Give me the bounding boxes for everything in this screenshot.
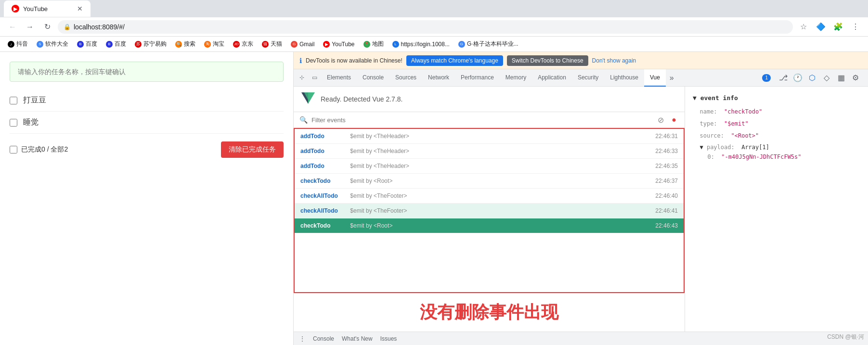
jd-icon: JD (233, 41, 240, 48)
back-button[interactable]: ← (6, 20, 19, 34)
bookmark-label: Gmail (299, 41, 314, 48)
bookmark-tiktok[interactable]: ♪ 抖音 (4, 38, 32, 50)
info-header: ▼ event info (693, 94, 860, 102)
todo-checkbox-1[interactable] (10, 119, 17, 127)
payload-collapse-icon[interactable]: ▼ (700, 144, 703, 151)
todo-input[interactable] (10, 62, 284, 82)
event-row-5[interactable]: checkAllTodo $emit by <TheFooter> 22:46:… (295, 204, 684, 218)
lock-icon: 🔒 (64, 24, 71, 30)
bookmark-star-button[interactable]: ☆ (797, 20, 810, 34)
tab-elements[interactable]: Elements (321, 69, 357, 87)
todo-item-0: 打豆豆 (10, 89, 284, 112)
menu-button[interactable]: ⋮ (849, 20, 862, 34)
bookmark-login[interactable]: L https://login.1008... (389, 38, 453, 50)
info-collapse-icon[interactable]: ▼ (693, 94, 697, 102)
event-row-0[interactable]: addTodo $emit by <TheHeader> 22:46:31 (295, 129, 684, 144)
bookmark-taobao[interactable]: 淘 淘宝 (200, 38, 228, 50)
devtools-tabs: ⊹ ▭ Elements Console Sources Network Per… (294, 69, 868, 87)
tab-vue[interactable]: Vue (644, 69, 666, 87)
main-area: 打豆豆 睡觉 已完成0 / 全部2 清除已完成任务 ℹ DevTools is … (0, 52, 868, 345)
info-header-text: event info (700, 94, 738, 102)
big-text-overlay: 没有删除事件出现 (294, 293, 685, 332)
login-icon: L (392, 41, 399, 48)
bookmark-baidu1[interactable]: B 百度 (73, 38, 101, 50)
filter-events-input[interactable] (311, 116, 652, 124)
bookmark-gmail[interactable]: G Gmail (287, 38, 318, 50)
bookmark-label: 苏宁易购 (143, 40, 167, 48)
event-row-1[interactable]: addTodo $emit by <TheHeader> 22:46:33 (295, 144, 684, 159)
browser-tab[interactable]: ▶ YouTube ✕ (4, 0, 91, 17)
forward-button[interactable]: → (23, 20, 37, 34)
info-name-val: "checkTodo" (724, 108, 762, 115)
address-bar[interactable]: 🔒 localhost:8089/#/ (58, 20, 793, 34)
devtools-bottom: ⋮ Console What's New Issues (294, 332, 868, 345)
refresh-button[interactable]: ↻ (40, 20, 54, 34)
tab-memory[interactable]: Memory (500, 69, 532, 87)
tab-lighthouse[interactable]: Lighthouse (604, 69, 644, 87)
devtools-notification: ℹ DevTools is now available in Chinese! … (294, 52, 868, 69)
left-panel: 打豆豆 睡觉 已完成0 / 全部2 清除已完成任务 (0, 52, 294, 345)
bottom-tab-console[interactable]: Console (313, 335, 334, 342)
bookmark-baidu2[interactable]: B 百度 (102, 38, 130, 50)
timeline-icon[interactable]: 🕐 (791, 71, 804, 85)
bookmark-maps[interactable]: 📍 地图 (360, 38, 388, 50)
baidu1-icon: B (77, 41, 84, 48)
bottom-tab-issues[interactable]: Issues (380, 335, 397, 342)
bottom-tab-whats-new[interactable]: What's New (342, 335, 373, 342)
switch-to-chinese-button[interactable]: Switch DevTools to Chinese (507, 55, 588, 66)
tab-sources[interactable]: Sources (389, 69, 422, 87)
bookmark-label: 淘宝 (213, 40, 224, 48)
event-row-3[interactable]: checkTodo $emit by <Root> 22:46:37 (295, 174, 684, 189)
router-icon[interactable]: ◇ (820, 71, 833, 85)
bookmark-tianmao[interactable]: 猫 天猫 (258, 38, 286, 50)
tab-application[interactable]: Application (532, 69, 572, 87)
bookmark-label: https://login.1008... (401, 41, 450, 48)
bookmark-youtube[interactable]: ▶ YouTube (319, 38, 358, 50)
gmail-icon: G (291, 41, 298, 48)
extension-button[interactable]: 🔷 (814, 20, 828, 34)
match-language-button[interactable]: Always match Chrome's language (406, 55, 503, 66)
info-payload-0-val: "-m40J5gNn-JDhCTFcFW5s" (721, 153, 801, 160)
event-time-6: 22:46:43 (655, 222, 678, 229)
event-row-4[interactable]: checkAllTodo $emit by <TheFooter> 22:46:… (295, 189, 684, 204)
bookmark-jd[interactable]: JD 京东 (229, 38, 257, 50)
url-text: localhost:8089/#/ (74, 23, 125, 31)
store-icon[interactable]: ▦ (834, 71, 848, 85)
component-tree-icon[interactable]: ⎇ (777, 71, 790, 85)
settings-icon[interactable]: ⚙ (849, 71, 862, 85)
todo-checkbox-0[interactable] (10, 97, 17, 104)
dont-show-again-button[interactable]: Don't show again (592, 57, 636, 64)
vue-header: Ready. Detected Vue 2.7.8. (294, 87, 685, 112)
events-icon[interactable]: ⬡ (805, 71, 819, 85)
all-checkbox[interactable] (10, 146, 17, 153)
device-toolbar-tab[interactable]: ▭ (308, 69, 321, 87)
tab-security[interactable]: Security (572, 69, 604, 87)
puzzle-extension-button[interactable]: 🧩 (831, 20, 845, 34)
grid-icon: G (458, 41, 465, 48)
bookmark-label: G·格子达本科毕业... (467, 40, 518, 48)
bookmark-search[interactable]: 🔍 搜索 (171, 38, 199, 50)
info-source-key: source: (700, 132, 724, 139)
events-panel: Ready. Detected Vue 2.7.8. 🔍 ⊘ ● addTodo (294, 87, 685, 332)
tab-close-button[interactable]: ✕ (77, 5, 83, 13)
watermark: CSDN @银·河 (827, 333, 864, 341)
youtube-icon: ▶ (323, 41, 330, 48)
tab-network[interactable]: Network (422, 69, 455, 87)
clear-button[interactable]: 清除已完成任务 (221, 141, 284, 158)
cursor-tool-tab[interactable]: ⊹ (296, 69, 308, 87)
record-button[interactable]: ● (669, 115, 679, 125)
event-meta-5: $emit by <TheFooter> (349, 207, 655, 214)
todo-label-0: 打豆豆 (23, 95, 46, 105)
clear-filter-icon[interactable]: ⊘ (656, 115, 665, 125)
bookmark-software[interactable]: S 软件大全 (33, 38, 72, 50)
info-source-row: source: "<Root>" (693, 131, 860, 141)
tab-performance[interactable]: Performance (455, 69, 500, 87)
bookmark-suning[interactable]: 苏 苏宁易购 (131, 38, 170, 50)
tab-console[interactable]: Console (357, 69, 389, 87)
bookmark-grid[interactable]: G G·格子达本科毕业... (454, 38, 522, 50)
event-row-2[interactable]: addTodo $emit by <TheHeader> 22:46:35 (295, 159, 684, 174)
more-tabs-button[interactable]: » (666, 74, 678, 82)
event-row-6[interactable]: checkTodo $emit by <Root> 22:46:43 (295, 218, 684, 233)
info-type-val: "$emit" (724, 120, 749, 127)
event-name-2: addTodo (300, 163, 349, 169)
